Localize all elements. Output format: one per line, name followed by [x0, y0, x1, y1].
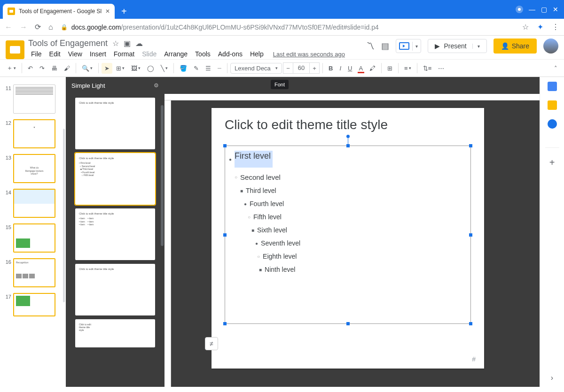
resize-handle[interactable]: [223, 233, 227, 237]
slide-thumb[interactable]: [13, 189, 55, 218]
slide-thumb[interactable]: [13, 223, 55, 253]
text-color-icon[interactable]: A: [356, 63, 366, 74]
menu-file[interactable]: File: [28, 49, 45, 59]
border-weight-icon[interactable]: ☰: [203, 63, 214, 74]
comments-icon[interactable]: ▤: [381, 41, 389, 51]
bookmark-star-icon[interactable]: ☆: [522, 23, 529, 31]
url-field[interactable]: 🔒 docs.google.com/presentation/d/1ulzC4h…: [61, 23, 515, 31]
forward-icon[interactable]: →: [20, 23, 27, 31]
more-tools-icon[interactable]: ⋯: [435, 63, 447, 74]
browser-menu-icon[interactable]: ⋮: [552, 23, 559, 31]
cloud-status-icon[interactable]: ☁: [135, 39, 143, 48]
back-icon[interactable]: ←: [5, 23, 12, 31]
fill-color-icon[interactable]: 🪣: [177, 63, 190, 74]
menu-addons[interactable]: Add-ons: [215, 49, 245, 59]
menu-view[interactable]: View: [65, 49, 85, 59]
layout-thumb[interactable]: Click to edit theme title style • item• …: [75, 208, 155, 260]
document-title[interactable]: Tools of Engagement: [28, 38, 108, 48]
page-number-placeholder[interactable]: #: [472, 355, 476, 363]
resize-handle[interactable]: [346, 144, 350, 147]
font-size-value[interactable]: 60: [293, 62, 309, 74]
slides-logo-icon[interactable]: [6, 40, 24, 59]
resize-handle[interactable]: [469, 144, 472, 147]
star-icon[interactable]: ☆: [112, 39, 119, 48]
resize-handle[interactable]: [223, 322, 227, 325]
resize-handle[interactable]: [346, 322, 350, 325]
account-avatar[interactable]: [543, 38, 558, 54]
collapse-rail-icon[interactable]: ›: [551, 374, 553, 382]
share-button[interactable]: 👤 Share: [494, 38, 537, 54]
menu-arrange[interactable]: Arrange: [161, 49, 190, 59]
bold-icon[interactable]: B: [326, 63, 336, 74]
zoom-button[interactable]: 🔍▾: [79, 63, 95, 74]
decrease-font-button[interactable]: −: [283, 62, 293, 74]
shape-tool[interactable]: ◯: [144, 63, 157, 74]
layout-thumb[interactable]: Click to edit theme title style: [75, 98, 155, 149]
slide-thumb[interactable]: ▼: [13, 119, 55, 148]
keep-icon[interactable]: [548, 100, 557, 110]
insert-link-icon[interactable]: ⊞: [384, 63, 395, 74]
redo-icon[interactable]: ↷: [37, 63, 47, 74]
theme-options-icon[interactable]: ⚙: [154, 82, 159, 89]
filmstrip-scrollbar[interactable]: [63, 129, 65, 302]
account-badge-icon[interactable]: [516, 6, 523, 13]
layout-thumb[interactable]: Click to edit theme title style • First …: [75, 153, 155, 205]
rotate-handle[interactable]: [346, 135, 350, 138]
line-tool[interactable]: ╲▾: [158, 63, 171, 74]
speaker-notes-toggle[interactable]: ≠: [205, 337, 218, 350]
resize-handle[interactable]: [469, 322, 472, 325]
extensions-icon[interactable]: ✦: [537, 23, 543, 31]
tasks-icon[interactable]: [548, 119, 557, 129]
menu-slide[interactable]: Slide: [139, 49, 159, 59]
present-button[interactable]: ▶ Present ▾: [428, 39, 486, 53]
menu-tools[interactable]: Tools: [192, 49, 213, 59]
maximize-icon[interactable]: ▢: [541, 6, 547, 13]
underline-icon[interactable]: U: [345, 63, 355, 74]
layout-thumb[interactable]: Click to edit theme title style: [75, 264, 155, 315]
line-spacing-icon[interactable]: ⇅≡: [420, 63, 435, 74]
close-tab-icon[interactable]: ✕: [105, 8, 110, 15]
border-dash-icon[interactable]: ┈: [215, 63, 224, 74]
add-addon-icon[interactable]: +: [545, 147, 559, 168]
menu-format[interactable]: Format: [111, 49, 137, 59]
chevron-down-icon[interactable]: ▾: [472, 44, 480, 49]
chevron-down-icon[interactable]: ▾: [412, 42, 421, 51]
menu-insert[interactable]: Insert: [87, 49, 109, 59]
collapse-toolbar-icon[interactable]: ˄: [551, 63, 560, 74]
resize-handle[interactable]: [223, 144, 227, 147]
font-selector[interactable]: Lexend Deca ▾: [230, 63, 282, 74]
image-tool[interactable]: 🖼▾: [128, 63, 143, 74]
textbox-tool[interactable]: ⊞▾: [113, 63, 127, 74]
menu-edit[interactable]: Edit: [47, 49, 63, 59]
highlight-icon[interactable]: 🖍: [367, 63, 378, 74]
select-tool-icon[interactable]: ➤: [102, 63, 112, 74]
new-slide-button[interactable]: ＋▾: [4, 62, 19, 74]
calendar-icon[interactable]: [548, 82, 557, 91]
print-icon[interactable]: 🖶: [48, 63, 60, 74]
theme-scrollbar[interactable]: [161, 105, 164, 246]
slide-thumb[interactable]: [13, 293, 55, 316]
slide-canvas[interactable]: Click to edit theme title style ●First l…: [212, 108, 484, 369]
paint-format-icon[interactable]: 🖌: [61, 63, 73, 74]
border-color-icon[interactable]: ✎: [191, 63, 202, 74]
slide-thumb[interactable]: What doMortgage brokersshare?: [13, 154, 55, 183]
move-icon[interactable]: ▣: [124, 39, 131, 48]
body-placeholder[interactable]: ●First level ○Second level ■Third level …: [225, 146, 471, 324]
title-placeholder[interactable]: Click to edit theme title style: [225, 117, 471, 132]
increase-font-button[interactable]: +: [309, 62, 320, 74]
slideshow-button[interactable]: ▾: [396, 39, 421, 53]
undo-icon[interactable]: ↶: [25, 63, 36, 74]
last-edit-link[interactable]: Last edit was seconds ago: [273, 51, 345, 58]
new-tab-button[interactable]: +: [115, 4, 133, 19]
resize-handle[interactable]: [469, 233, 472, 237]
slide-thumb[interactable]: [13, 85, 55, 114]
close-window-icon[interactable]: ✕: [553, 6, 558, 13]
layout-thumb[interactable]: Click to edittheme titlestyle: [75, 319, 155, 347]
slide-thumb[interactable]: Recognition: [13, 258, 55, 287]
browser-tab[interactable]: Tools of Engagement - Google Sl ✕: [3, 4, 115, 19]
reload-icon[interactable]: ⟳: [35, 23, 41, 31]
align-icon[interactable]: ≡▾: [401, 63, 414, 74]
italic-icon[interactable]: I: [337, 63, 344, 74]
home-icon[interactable]: ⌂: [48, 23, 53, 31]
activity-icon[interactable]: 〽: [366, 41, 375, 51]
